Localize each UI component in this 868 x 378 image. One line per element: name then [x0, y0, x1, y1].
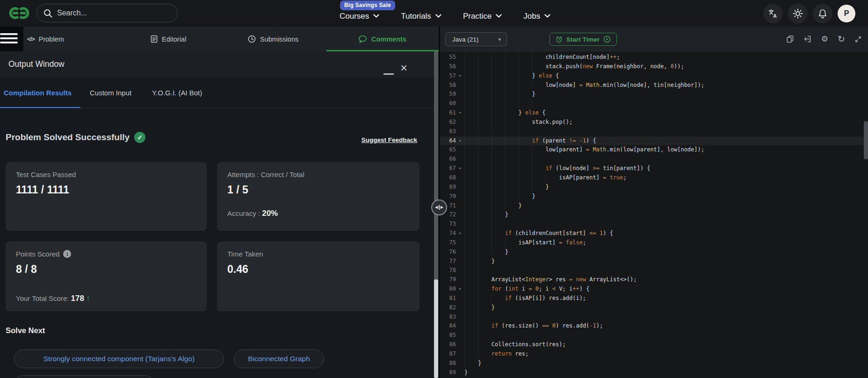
- chevron-down-icon: ▾: [498, 36, 501, 43]
- solve-next-pill-biconnected[interactable]: Biconnected Graph: [234, 349, 324, 368]
- code-line[interactable]: 86Collections.sort(res);: [440, 340, 868, 349]
- code-token: }: [478, 360, 481, 366]
- problem-tab-bar: </> Problem Editorial Submissions: [0, 27, 439, 51]
- code-line[interactable]: 77}: [440, 257, 868, 266]
- code-token: [576, 137, 579, 144]
- tab-custom-input[interactable]: Custom Input: [90, 89, 131, 97]
- code-editor[interactable]: 55childrenCount[node]++;56stack.push(new…: [440, 52, 868, 378]
- hamburger-menu-icon[interactable]: [0, 33, 18, 46]
- tab-comments[interactable]: Comments: [358, 27, 406, 51]
- code-line[interactable]: 59}: [440, 90, 868, 99]
- fold-icon[interactable]: ▾: [456, 229, 464, 238]
- code-line[interactable]: 81if (isAP[i]) res.add(i);: [440, 294, 868, 303]
- top-navbar: Big Savings Sale Courses Tutorials Pract…: [0, 0, 868, 27]
- tab-compilation-results[interactable]: Compilation Results: [4, 89, 72, 97]
- code-line[interactable]: 62stack.pop();: [440, 118, 868, 127]
- code-line[interactable]: 76}: [440, 248, 868, 257]
- copy-icon[interactable]: [786, 35, 794, 43]
- code-line[interactable]: 85: [440, 331, 868, 340]
- language-selector[interactable]: Java (21) ▾: [445, 32, 507, 46]
- code-line[interactable]: 56stack.push(new Frame(neighbor, node, 0…: [440, 62, 868, 71]
- code-line[interactable]: 84if (res.size() == 0) res.add(-1);: [440, 321, 868, 331]
- code-token: return: [492, 350, 512, 357]
- output-window-panel: </> Problem Editorial Submissions: [0, 27, 439, 378]
- code-line[interactable]: 68isAP[parent] = true;: [440, 173, 868, 183]
- code-line[interactable]: 66: [440, 155, 868, 164]
- line-number: 76: [440, 248, 456, 257]
- editor-scrollbar-thumb[interactable]: [864, 121, 868, 159]
- code-token: >=: [593, 165, 600, 171]
- solve-next-pill-tarjans[interactable]: Strongly connected component (Tarjans's …: [14, 349, 224, 368]
- code-line[interactable]: 79ArrayList<Integer> res = new ArrayList…: [440, 275, 868, 285]
- code-line[interactable]: 55childrenCount[node]++;: [440, 53, 868, 62]
- score-up-arrow-icon: ↑: [86, 294, 90, 302]
- theme-toggle-button[interactable]: [788, 4, 808, 23]
- code-line[interactable]: 61▾} else {: [440, 108, 868, 118]
- panel-divider[interactable]: ◀ ▶: [439, 27, 440, 378]
- code-token: ArrayList<>();: [586, 276, 637, 283]
- code-token: ;: [623, 174, 627, 181]
- line-number: 63: [440, 127, 456, 136]
- minimize-icon[interactable]: [383, 73, 394, 75]
- sun-icon: [793, 8, 803, 19]
- tab-editorial[interactable]: Editorial: [151, 27, 186, 51]
- code-line[interactable]: 72}: [440, 210, 868, 220]
- close-icon[interactable]: ×: [400, 62, 407, 74]
- nav-jobs-label: Jobs: [523, 12, 540, 21]
- code-token: (isAP[i]) res.add(i);: [512, 295, 586, 301]
- chevron-down-icon: [496, 14, 502, 18]
- code-line[interactable]: 57▾} else {: [440, 71, 868, 81]
- nav-courses[interactable]: Courses: [340, 12, 379, 21]
- code-token: ==: [542, 322, 549, 329]
- fold-icon[interactable]: ▾: [456, 164, 464, 173]
- import-code-icon[interactable]: [803, 35, 812, 43]
- suggest-feedback-link[interactable]: Suggest Feedback: [362, 136, 417, 143]
- card-points: Points Scored i 8 / 8 Your Total Score: …: [6, 242, 207, 311]
- fullscreen-icon[interactable]: [854, 36, 862, 43]
- translate-button[interactable]: A: [763, 4, 783, 23]
- code-line[interactable]: 87return res;: [440, 349, 868, 359]
- code-line[interactable]: 80▾for (int i = 0; i < V; i++) {: [440, 285, 868, 294]
- gfg-logo[interactable]: [6, 5, 33, 21]
- code-line[interactable]: 58low[node] = Math.min(low[node], tin[ne…: [440, 81, 868, 90]
- code-line[interactable]: 74▾if (childrenCount[start] <= 1) {: [440, 229, 868, 238]
- code-line[interactable]: 69}: [440, 183, 868, 192]
- search-input[interactable]: [57, 9, 171, 17]
- tab-problem[interactable]: </> Problem: [27, 27, 64, 51]
- fold-icon[interactable]: ▾: [456, 71, 464, 81]
- fold-icon[interactable]: ▾: [456, 136, 464, 146]
- code-line[interactable]: 64▾if (parent != -1) {: [440, 136, 868, 146]
- code-line[interactable]: 71}: [440, 201, 868, 211]
- code-token: }: [464, 369, 468, 376]
- tab-submissions[interactable]: Submissions: [248, 27, 298, 51]
- panel-scrollbar-thumb[interactable]: [434, 279, 438, 378]
- search-bar[interactable]: [36, 4, 178, 22]
- fold-icon[interactable]: ▾: [456, 108, 464, 118]
- code-line[interactable]: 88}: [440, 359, 868, 368]
- code-line[interactable]: 83: [440, 313, 868, 322]
- code-line[interactable]: 89}: [440, 368, 868, 378]
- fold-icon[interactable]: ▾: [456, 285, 464, 294]
- panel-resize-handle[interactable]: ◀ ▶: [431, 200, 447, 215]
- code-line[interactable]: 70}: [440, 192, 868, 201]
- tab-yogi-ai-bot[interactable]: Y.O.G.I. (AI Bot): [152, 89, 202, 97]
- start-timer-button[interactable]: Start Timer: [550, 33, 617, 46]
- code-line[interactable]: 63: [440, 127, 868, 136]
- code-line[interactable]: 60: [440, 99, 868, 108]
- settings-gear-icon[interactable]: ⚙: [821, 35, 828, 43]
- solve-next-pill-partial[interactable]: [14, 375, 154, 378]
- document-icon: [151, 35, 158, 43]
- code-line[interactable]: 67▾if (low[node] >= tin[parent]) {: [440, 164, 868, 173]
- code-line[interactable]: 65low[parent] = Math.min(low[parent], lo…: [440, 145, 868, 155]
- code-line[interactable]: 78: [440, 266, 868, 275]
- reset-code-icon[interactable]: ↻: [838, 35, 845, 43]
- nav-jobs[interactable]: Jobs: [523, 12, 550, 21]
- info-icon[interactable]: i: [63, 250, 71, 258]
- nav-tutorials[interactable]: Tutorials: [401, 12, 441, 21]
- notifications-button[interactable]: [813, 4, 832, 23]
- user-avatar[interactable]: P: [838, 5, 855, 22]
- code-line[interactable]: 82}: [440, 303, 868, 313]
- code-line[interactable]: 73: [440, 220, 868, 229]
- nav-practice[interactable]: Practice: [463, 12, 502, 21]
- code-line[interactable]: 75isAP[start] = false;: [440, 238, 868, 248]
